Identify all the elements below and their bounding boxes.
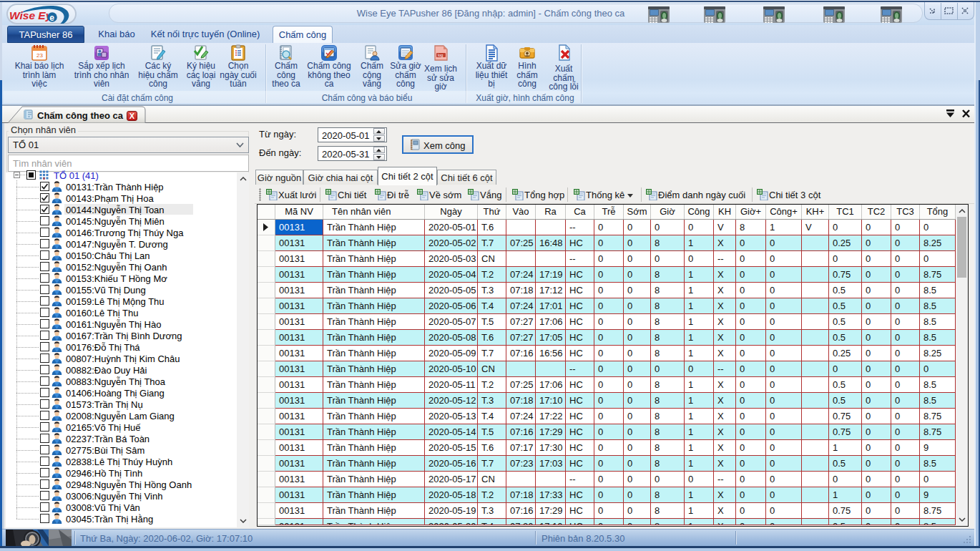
svg-text:log: log [438, 53, 443, 57]
svg-text:Wise Ey: Wise Ey [9, 9, 53, 21]
svg-text:23: 23 [36, 52, 43, 59]
svg-text:e: e [49, 13, 54, 23]
